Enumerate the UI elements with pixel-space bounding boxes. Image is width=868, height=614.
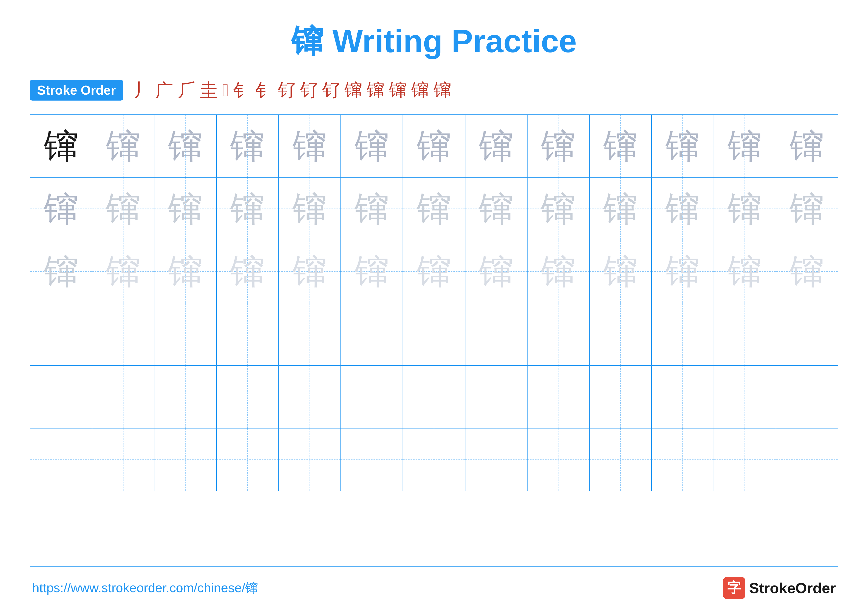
cell-r1c5[interactable]: 镩 [279,115,341,177]
cell-r6c7[interactable] [403,429,465,491]
cell-r5c9[interactable] [527,366,590,428]
cell-r1c2[interactable]: 镩 [92,115,154,177]
cell-r3c2[interactable]: 镩 [92,240,154,302]
grid-row-6 [30,429,838,491]
cell-r3c6[interactable]: 镩 [341,240,403,302]
cell-r4c9[interactable] [527,303,590,365]
cell-r6c1[interactable] [30,429,92,491]
cell-r1c13[interactable]: 镩 [776,115,838,177]
cell-r2c10[interactable]: 镩 [590,177,652,240]
cell-r2c9[interactable]: 镩 [527,177,590,240]
cell-r3c11[interactable]: 镩 [652,240,714,302]
cell-r5c5[interactable] [279,366,341,428]
grid-row-1: 镩 镩 镩 镩 镩 镩 镩 镩 镩 [30,115,838,177]
cell-r5c13[interactable] [776,366,838,428]
cell-r5c12[interactable] [714,366,776,428]
cell-r3c1[interactable]: 镩 [30,240,92,302]
cell-r2c11[interactable]: 镩 [652,177,714,240]
char-r2c8: 镩 [479,191,513,226]
cell-r6c11[interactable] [652,429,714,491]
cell-r2c5[interactable]: 镩 [279,177,341,240]
cell-r6c6[interactable] [341,429,403,491]
cell-r6c12[interactable] [714,429,776,491]
cell-r3c5[interactable]: 镩 [279,240,341,302]
page-title: 镩 Writing Practice [291,20,577,64]
cell-r2c6[interactable]: 镩 [341,177,403,240]
cell-r2c12[interactable]: 镩 [714,177,776,240]
char-r2c7: 镩 [417,191,451,226]
char-r3c9: 镩 [541,254,575,289]
cell-r3c10[interactable]: 镩 [590,240,652,302]
char-r1c12: 镩 [727,129,762,163]
cell-r3c9[interactable]: 镩 [527,240,590,302]
char-r2c6: 镩 [355,191,389,226]
cell-r4c6[interactable] [341,303,403,365]
cell-r4c1[interactable] [30,303,92,365]
cell-r1c11[interactable]: 镩 [652,115,714,177]
cell-r6c13[interactable] [776,429,838,491]
cell-r6c8[interactable] [465,429,527,491]
cell-r4c11[interactable] [652,303,714,365]
cell-r5c10[interactable] [590,366,652,428]
cell-r4c8[interactable] [465,303,527,365]
cell-r3c13[interactable]: 镩 [776,240,838,302]
cell-r1c3[interactable]: 镩 [154,115,217,177]
char-r3c11: 镩 [665,254,700,289]
cell-r4c7[interactable] [403,303,465,365]
cell-r4c4[interactable] [217,303,279,365]
cell-r6c9[interactable] [527,429,590,491]
char-r1c7: 镩 [417,129,451,163]
stroke-3: ⺁ [178,78,195,102]
cell-r1c12[interactable]: 镩 [714,115,776,177]
stroke-4: 圭 [200,78,218,102]
cell-r1c1[interactable]: 镩 [30,115,92,177]
cell-r5c6[interactable] [341,366,403,428]
grid-row-3: 镩 镩 镩 镩 镩 镩 镩 镩 镩 [30,240,838,303]
cell-r1c10[interactable]: 镩 [590,115,652,177]
cell-r6c3[interactable] [154,429,217,491]
cell-r4c5[interactable] [279,303,341,365]
cell-r3c12[interactable]: 镩 [714,240,776,302]
footer-logo-icon: 字 [723,577,745,599]
cell-r5c4[interactable] [217,366,279,428]
cell-r1c8[interactable]: 镩 [465,115,527,177]
footer: https://www.strokeorder.com/chinese/镩 字 … [30,577,838,599]
cell-r4c2[interactable] [92,303,154,365]
cell-r6c4[interactable] [217,429,279,491]
cell-r1c9[interactable]: 镩 [527,115,590,177]
cell-r2c8[interactable]: 镩 [465,177,527,240]
cell-r5c7[interactable] [403,366,465,428]
cell-r5c3[interactable] [154,366,217,428]
char-r2c13: 镩 [790,191,824,226]
cell-r5c11[interactable] [652,366,714,428]
cell-r4c3[interactable] [154,303,217,365]
cell-r1c4[interactable]: 镩 [217,115,279,177]
cell-r2c7[interactable]: 镩 [403,177,465,240]
char-r2c10: 镩 [603,191,638,226]
cell-r5c2[interactable] [92,366,154,428]
footer-logo: 字 StrokeOrder [723,577,836,599]
cell-r3c7[interactable]: 镩 [403,240,465,302]
footer-url[interactable]: https://www.strokeorder.com/chinese/镩 [32,579,258,597]
cell-r4c12[interactable] [714,303,776,365]
cell-r2c2[interactable]: 镩 [92,177,154,240]
cell-r6c5[interactable] [279,429,341,491]
cell-r3c4[interactable]: 镩 [217,240,279,302]
cell-r6c10[interactable] [590,429,652,491]
footer-logo-text: StrokeOrder [749,580,836,597]
stroke-sequence: 丿 广 ⺁ 圭 𠂇 钅 钅 钌 钌 钌 镩 镩 镩 镩 镩 [133,78,451,102]
cell-r1c6[interactable]: 镩 [341,115,403,177]
cell-r2c4[interactable]: 镩 [217,177,279,240]
cell-r4c13[interactable] [776,303,838,365]
cell-r2c13[interactable]: 镩 [776,177,838,240]
cell-r2c3[interactable]: 镩 [154,177,217,240]
cell-r3c3[interactable]: 镩 [154,240,217,302]
stroke-5: 𠂇 [222,80,229,100]
cell-r5c8[interactable] [465,366,527,428]
cell-r6c2[interactable] [92,429,154,491]
cell-r1c7[interactable]: 镩 [403,115,465,177]
cell-r5c1[interactable] [30,366,92,428]
cell-r2c1[interactable]: 镩 [30,177,92,240]
cell-r4c10[interactable] [590,303,652,365]
cell-r3c8[interactable]: 镩 [465,240,527,302]
